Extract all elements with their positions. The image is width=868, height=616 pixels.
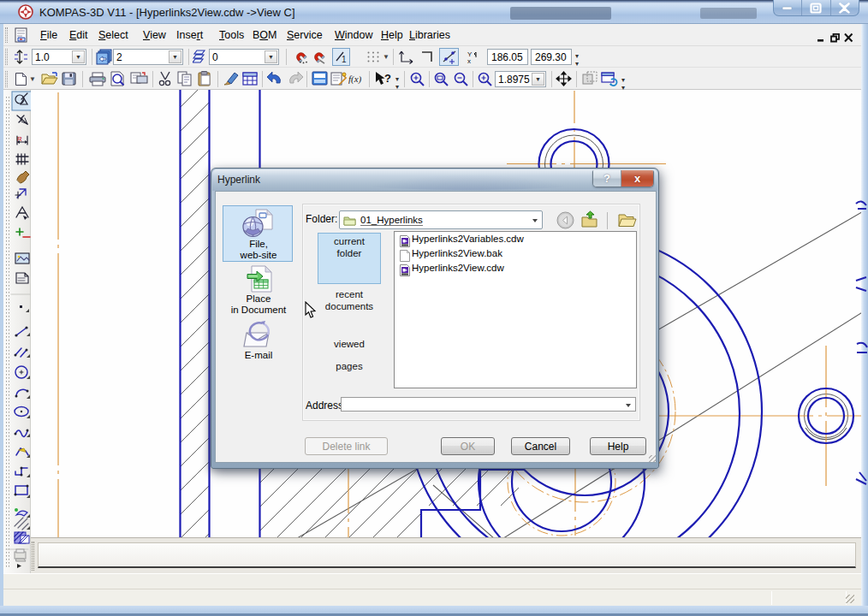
svg-text:?: ?	[384, 72, 391, 85]
svg-text:R: R	[17, 135, 22, 143]
svg-text:f(x): f(x)	[348, 74, 362, 85]
svg-text:1: 1	[342, 55, 347, 64]
svg-text:x: x	[467, 57, 471, 64]
